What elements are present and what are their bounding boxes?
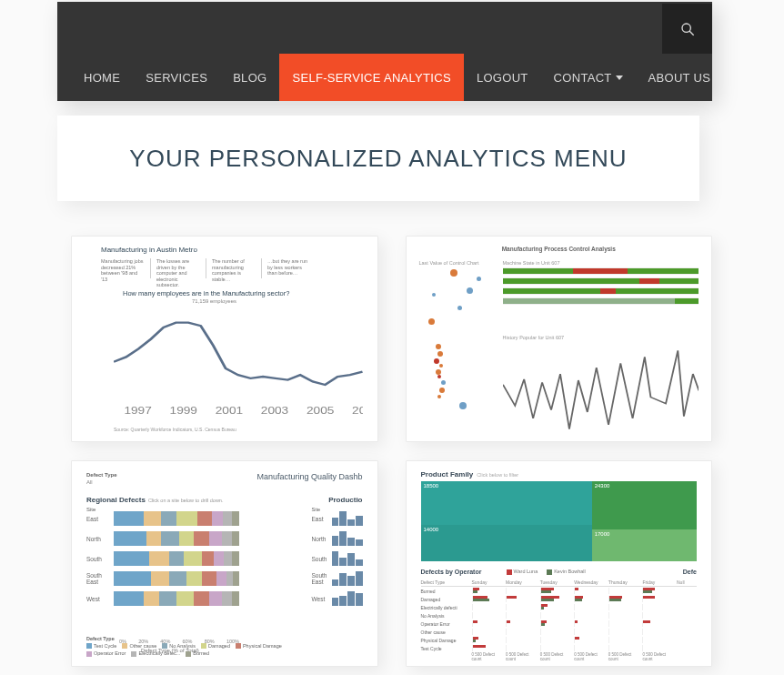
- nav-home[interactable]: HOME: [71, 54, 133, 101]
- card1-title: Manufacturing in Austin Metro: [101, 246, 197, 254]
- card1-note: Manufacturing jobs decreased 21% between…: [101, 258, 151, 278]
- card2-br-label: History Popular for Unit 607: [503, 335, 699, 340]
- legend-item: Electrically defec...: [131, 650, 180, 657]
- card2-top-left-scatter: Last Value of Control Chart: [419, 260, 498, 329]
- card3-legend-title: Defect Type: [86, 636, 314, 641]
- card3-spark-row: South East: [312, 569, 363, 589]
- card3-spark-col-site: Site: [312, 507, 320, 512]
- gantt-row: [503, 267, 699, 275]
- card3-stack: [114, 591, 239, 606]
- heading-panel: YOUR PERSONALIZED ANALYTICS MENU: [57, 116, 699, 201]
- card1-plot: 199719992001200320052007: [114, 303, 363, 418]
- scatter-point: [439, 388, 445, 393]
- card3-site-label: South East: [86, 572, 114, 585]
- scatter-point: [437, 351, 443, 357]
- nav-services[interactable]: SERVICES: [133, 54, 220, 101]
- card1-source: Source: Quarterly Workforce Indicators, …: [114, 427, 236, 432]
- card2-line: [503, 350, 699, 428]
- chevron-down-icon: [616, 76, 623, 80]
- scatter-point: [467, 287, 473, 294]
- card3-site-label: South: [86, 556, 114, 562]
- svg-line-1: [689, 31, 694, 35]
- card3-row: South: [86, 549, 239, 569]
- card4-row: Operator Error: [421, 620, 698, 628]
- legend-item: Test Cycle: [86, 643, 116, 650]
- nav-blog[interactable]: BLOG: [220, 54, 279, 101]
- svg-point-0: [682, 24, 690, 32]
- card3-row: North: [86, 529, 239, 549]
- card3-site-label: East: [86, 516, 114, 522]
- card2-title: Manufacturing Process Control Analysis: [416, 246, 703, 252]
- scatter-point: [428, 318, 435, 325]
- topbar: HOMESERVICESBLOGSELF-SERVICE ANALYTICSLO…: [57, 2, 712, 101]
- legend-item: Burned: [186, 650, 209, 657]
- card3-stack: [114, 571, 239, 586]
- scatter-point: [439, 364, 443, 368]
- scatter-point: [477, 277, 481, 281]
- page-title: YOUR PERSONALIZED ANALYTICS MENU: [129, 145, 627, 173]
- scatter-point: [450, 269, 457, 277]
- scatter-point: [437, 395, 441, 398]
- treemap-cell: 24300: [592, 481, 697, 529]
- card1-xticks: 199719992001200320052007: [124, 406, 362, 417]
- treemap-cell: 14000: [421, 525, 592, 561]
- card3-sparklines: Site EastNorthSouthSouth EastWest: [312, 509, 363, 633]
- nav-logout[interactable]: LOGOUT: [464, 54, 541, 101]
- svg-text:2005: 2005: [307, 406, 335, 417]
- card-quality-dashboard[interactable]: Manufacturing Quality Dashb Defect Type …: [71, 460, 378, 667]
- card4-row: Burned: [421, 587, 698, 595]
- card4-row: Physical Damage: [421, 636, 698, 644]
- treemap-cell: 17000: [592, 529, 697, 561]
- card2-tr-label: Machine State in Unit 607: [503, 260, 699, 266]
- card3-row: West: [86, 589, 239, 609]
- card2-bottom-right-line: History Popular for Unit 607: [503, 335, 699, 430]
- card4-def-header: Defe: [683, 569, 697, 575]
- scatter-point: [436, 344, 441, 349]
- card3-spark-row: South: [312, 549, 363, 569]
- card3-row: East: [86, 509, 239, 529]
- legend-item: No Analysis: [162, 643, 196, 650]
- scatter-point: [457, 306, 462, 310]
- scatter-point: [432, 293, 436, 297]
- svg-text:2003: 2003: [261, 406, 289, 417]
- card3-row: South East: [86, 569, 239, 589]
- svg-text:1999: 1999: [170, 406, 198, 417]
- card3-title: Manufacturing Quality Dashb: [256, 472, 362, 481]
- legend-item: Kevin Bowhall: [547, 569, 586, 575]
- scatter-point: [459, 402, 467, 409]
- legend-item: Operator Error: [86, 650, 126, 657]
- nav-contact[interactable]: CONTACT: [541, 54, 636, 101]
- card-process-control[interactable]: Manufacturing Process Control Analysis L…: [406, 236, 713, 442]
- nav-self-service-analytics[interactable]: SELF-SERVICE ANALYTICS: [279, 54, 463, 101]
- card3-section: Regional DefectsClick on a site below to…: [86, 496, 223, 504]
- card4-row: Electrically defecti: [421, 603, 698, 611]
- card3-filter-label: Defect Type: [86, 472, 117, 478]
- card4-row: Other cause: [421, 628, 698, 636]
- scatter-point: [434, 358, 439, 364]
- scatter-point: [441, 380, 446, 385]
- card3-stack: [114, 531, 239, 546]
- search-icon: [680, 22, 695, 36]
- scatter-point: [437, 375, 441, 378]
- main-nav: HOMESERVICESBLOGSELF-SERVICE ANALYTICSLO…: [71, 54, 723, 101]
- search-button[interactable]: [662, 4, 712, 54]
- card4-treemap: 18500140002430017000: [421, 481, 698, 561]
- card4-row: Test Cycle: [421, 644, 698, 652]
- card-manufacturing-austin[interactable]: Manufacturing in Austin Metro Manufactur…: [71, 236, 378, 442]
- legend-item: Ward Luna: [507, 569, 538, 575]
- card1-line: [114, 323, 363, 385]
- card3-spark-row: North: [312, 529, 363, 549]
- treemap-cell: 18500: [421, 481, 592, 525]
- nav-about-us[interactable]: ABOUT US: [636, 54, 724, 101]
- card2-bottom-left-scatter: [419, 335, 498, 430]
- card3-legend: Defect TypeTest CycleOther causeNo Analy…: [86, 636, 314, 657]
- card3-site-label: North: [86, 536, 114, 542]
- card-product-family[interactable]: Product FamilyClick below to filter 1850…: [406, 460, 713, 667]
- legend-item: Damaged: [201, 643, 230, 650]
- gantt-row: [503, 297, 699, 305]
- card3-spark-row: West: [312, 589, 363, 609]
- card4-section: Defects by Operator: [421, 569, 482, 575]
- card1-note: The number of manufacturing companies is…: [212, 258, 262, 278]
- card1-note: …but they are run by less workers than b…: [267, 258, 317, 278]
- legend-item: Physical Damage: [236, 643, 282, 650]
